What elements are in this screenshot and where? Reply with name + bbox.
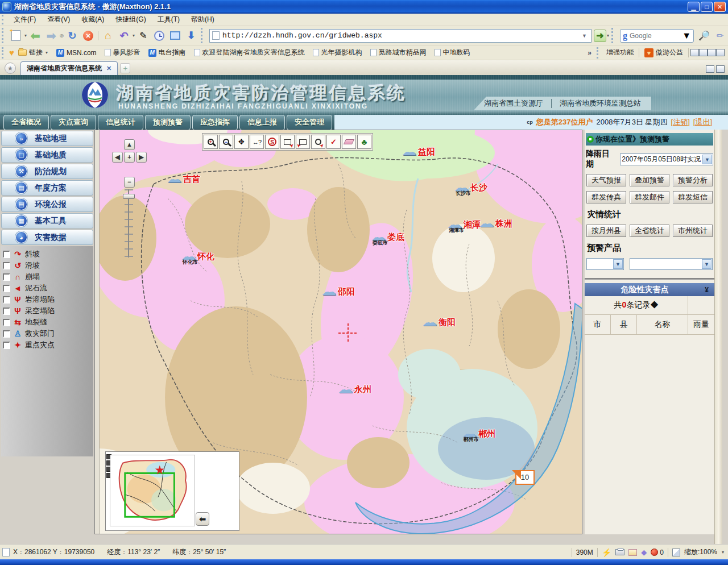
zoom-level[interactable]: 缩放:100%	[684, 547, 717, 557]
menu-help[interactable]: 帮助(H)	[185, 14, 220, 26]
sidebar-item-disaster-data[interactable]: ◕灾害数据	[1, 230, 93, 245]
plugin-icon-1[interactable]	[690, 49, 699, 56]
plugin-icon-3[interactable]	[708, 49, 716, 56]
sidebar-item-basic-tools[interactable]: ▦基本工具	[1, 213, 93, 229]
bookmark-links[interactable]: 链接▾	[14, 47, 52, 59]
collapse-icon[interactable]: ¥	[705, 286, 714, 294]
toolbar-grip[interactable]	[2, 28, 5, 43]
bookmark-hunan-geo[interactable]: 欢迎登陆湖南省地质灾害信息系统	[190, 47, 309, 59]
bookmark-radio-guide[interactable]: M电台指南	[144, 47, 190, 59]
panel-splitter[interactable]	[95, 130, 100, 534]
zoom-dropdown-icon[interactable]: ▾	[722, 550, 724, 555]
new-window-icon[interactable]	[628, 549, 637, 556]
eraser-tool[interactable]	[342, 135, 356, 149]
nav-emergency-command[interactable]: 应急指挥	[192, 115, 238, 130]
forward-button[interactable]: ➡	[44, 29, 58, 43]
maxthon-charity[interactable]: ♥傲游公益	[641, 47, 686, 59]
go-button[interactable]: ➜	[594, 30, 606, 42]
mass-sms-button[interactable]: 群发短信	[673, 191, 713, 203]
tab-close-icon[interactable]: ✕	[106, 65, 111, 72]
sidebar-item-prevention-plan[interactable]: ⚒防治规划	[1, 164, 93, 179]
bookmark-storm-player[interactable]: 暴风影音	[101, 47, 144, 59]
sidebar-item-env-bulletin[interactable]: ▤环境公报	[1, 197, 93, 212]
resize-icon[interactable]	[672, 549, 680, 556]
print-icon[interactable]	[615, 549, 624, 555]
overview-map-image[interactable]	[110, 455, 195, 526]
download-button[interactable]: ⬇	[184, 29, 198, 43]
zoom-slider[interactable]	[125, 189, 133, 257]
boost-icon[interactable]: ⚡	[602, 548, 611, 557]
filter-icon[interactable]: ◆	[641, 548, 647, 556]
new-page-button[interactable]	[9, 29, 23, 43]
history-button[interactable]	[152, 29, 166, 43]
menu-view[interactable]: 查看(V)	[42, 14, 76, 26]
danger-points-header[interactable]: 危险性灾害点 ¥	[585, 283, 714, 296]
nav-province-overview[interactable]: 全省概况	[3, 115, 49, 130]
warning-analysis-button[interactable]: 预警分析	[673, 174, 713, 186]
zoom-in-tool[interactable]: +	[204, 135, 218, 149]
blocked-counter[interactable]: 0	[651, 549, 664, 556]
pan-center-button[interactable]: +	[124, 152, 135, 163]
bookmark-msn[interactable]: MMSN.com	[52, 48, 101, 58]
sidebar-item-base-geography[interactable]: »基础地理	[1, 131, 93, 146]
pan-up-button[interactable]: ▲	[124, 139, 135, 150]
toolbar-grip[interactable]	[611, 28, 614, 43]
layer-checkbox[interactable]	[3, 330, 10, 338]
search-input[interactable]	[630, 32, 682, 40]
product-item-select[interactable]: ▼	[630, 258, 713, 270]
vertical-scrollbar[interactable]	[714, 130, 722, 545]
favorites-icon[interactable]: ♥	[9, 48, 14, 57]
window-list-button[interactable]	[168, 29, 182, 43]
highlight-button[interactable]: ✏	[713, 29, 727, 43]
menu-favorites[interactable]: 收藏(A)	[76, 14, 110, 26]
sidebar-item-annual-plan[interactable]: ▤年度方案	[1, 180, 93, 196]
column-county[interactable]: 县	[611, 315, 637, 334]
toolbar-grip[interactable]	[2, 47, 5, 59]
scale-tool[interactable]: S	[265, 135, 279, 149]
nav-security-mgmt[interactable]: 安全管理	[287, 115, 332, 130]
search-box[interactable]: g ▼	[620, 29, 694, 43]
layer-checkbox[interactable]	[3, 296, 10, 304]
layer-checkbox[interactable]	[3, 251, 10, 258]
pan-right-button[interactable]: ▶	[136, 152, 147, 163]
url-dropdown-icon[interactable]: ▼	[580, 33, 589, 39]
bookmarks-overflow[interactable]: »	[584, 49, 595, 57]
close-button[interactable]: ✕	[714, 2, 726, 12]
new-page-dropdown[interactable]: ▾	[24, 33, 27, 38]
overlay-warning-button[interactable]: 叠加预警	[630, 174, 669, 186]
tab-scroll-button[interactable]	[716, 65, 725, 73]
product-type-select[interactable]: ▼	[586, 258, 624, 270]
city-stats-button[interactable]: 市州统计	[673, 225, 713, 237]
measure-tool[interactable]: ↔?	[250, 135, 264, 149]
menu-groups[interactable]: 快捷组(G)	[110, 14, 151, 26]
column-name[interactable]: 名称	[637, 315, 688, 334]
select-circle-tool[interactable]	[311, 135, 325, 149]
rain-date-select[interactable]: 2007年05月05日08时实况 ▼	[620, 153, 713, 165]
province-stats-button[interactable]: 全省统计	[630, 225, 669, 237]
zoom-slider-thumb[interactable]	[123, 194, 135, 199]
nav-info-report[interactable]: 信息上报	[239, 115, 285, 130]
layer-checkbox[interactable]	[3, 308, 10, 315]
overview-collapse-button[interactable]: ⬅	[196, 512, 209, 526]
search-engine-dropdown[interactable]: ▼	[682, 31, 691, 41]
layer-checkbox[interactable]	[3, 262, 10, 269]
bookmark-city-boutique[interactable]: 觅路城市精品网	[366, 47, 431, 59]
address-bar[interactable]: ▼	[209, 29, 592, 43]
plugin-icon-2[interactable]	[699, 49, 708, 56]
deselect-rect-tool[interactable]	[296, 135, 310, 149]
maximize-button[interactable]: □	[701, 2, 713, 12]
mass-email-button[interactable]: 群发邮件	[630, 191, 669, 203]
active-tab[interactable]: 湖南省地质灾害信息系统 ✕	[20, 61, 118, 75]
toolbar-grip[interactable]	[597, 47, 599, 59]
home-button[interactable]: ⌂	[101, 29, 115, 43]
sidebar-item-base-geology[interactable]: ▢基础地质	[1, 147, 93, 163]
link-land-resources[interactable]: 湖南省国土资源厅	[484, 98, 543, 109]
toolbar-grip[interactable]	[201, 28, 204, 43]
weather-forecast-button[interactable]: 天气预报	[586, 174, 626, 186]
layer-checkbox[interactable]	[3, 342, 10, 349]
nav-disaster-query[interactable]: 灾点查询	[51, 115, 96, 130]
nav-forecast-warning[interactable]: 预测预警	[145, 115, 191, 130]
url-input[interactable]	[222, 31, 580, 40]
tab-star-button[interactable]: ★	[5, 63, 16, 74]
layer-checkbox[interactable]	[3, 273, 10, 281]
